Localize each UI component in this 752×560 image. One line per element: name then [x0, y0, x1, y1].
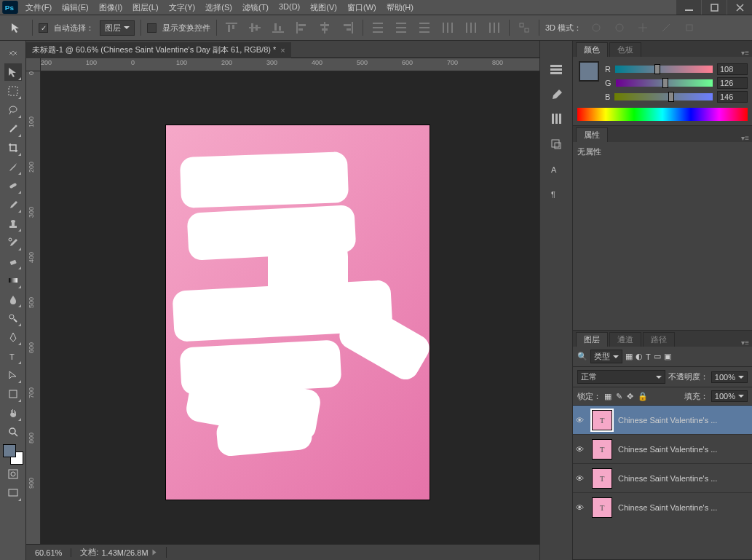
menu-help[interactable]: 帮助(H): [381, 1, 419, 15]
hand-tool[interactable]: [4, 404, 22, 422]
visibility-icon[interactable]: 👁: [576, 416, 586, 425]
ruler-vertical[interactable]: 0100200300400500600700800900: [26, 71, 41, 544]
b-slider[interactable]: [614, 93, 713, 100]
layer-row[interactable]: 👁TChinese Saint Valentine's ...: [573, 406, 752, 435]
clone-source-icon[interactable]: [549, 137, 563, 151]
tab-swatches[interactable]: 色板: [609, 42, 641, 57]
menu-text[interactable]: 文字(Y): [164, 1, 201, 15]
paragraph-panel-icon[interactable]: ¶: [549, 186, 563, 201]
filter-adjust-icon[interactable]: ◐: [636, 352, 643, 361]
brush-panel-icon[interactable]: [549, 87, 563, 102]
doc-stats[interactable]: 文档: 1.43M/26.8M: [71, 547, 166, 558]
tab-channels[interactable]: 通道: [609, 332, 641, 347]
layer-row[interactable]: 👁TChinese Saint Valentine's ...: [573, 464, 752, 493]
filter-smart-icon[interactable]: ▣: [664, 352, 671, 361]
screenmode-toggle[interactable]: [4, 484, 22, 502]
eraser-tool[interactable]: [4, 253, 22, 270]
crop-tool[interactable]: [4, 139, 22, 157]
visibility-icon[interactable]: 👁: [576, 474, 586, 483]
menu-edit[interactable]: 编辑(E): [57, 1, 94, 15]
tab-properties[interactable]: 属性: [576, 127, 608, 142]
document-tab[interactable]: 未标题-1 @ 60.6% (Chinese Saint Valentine's…: [26, 42, 291, 58]
g-input[interactable]: 126: [717, 77, 748, 89]
layer-row[interactable]: 👁TChinese Saint Valentine's ...: [573, 493, 752, 518]
brush-tool[interactable]: [4, 196, 22, 213]
spectrum-ramp[interactable]: [577, 108, 748, 121]
b-input[interactable]: 146: [717, 91, 748, 103]
canvas-viewport[interactable]: [41, 71, 539, 544]
g-slider[interactable]: [616, 79, 713, 87]
foreground-color-swatch[interactable]: [3, 444, 16, 457]
zoom-tool[interactable]: [4, 423, 22, 441]
r-slider[interactable]: [615, 66, 713, 73]
history-panel-icon[interactable]: [549, 63, 563, 77]
lock-all-icon[interactable]: 🔒: [638, 392, 648, 401]
tool-expand-icon[interactable]: [4, 44, 22, 62]
menu-3d[interactable]: 3D(D): [274, 1, 305, 15]
menu-select[interactable]: 选择(S): [200, 1, 237, 15]
type-tool[interactable]: T: [4, 347, 22, 365]
gradient-tool[interactable]: [4, 272, 22, 289]
blur-tool[interactable]: [4, 291, 22, 308]
color-swatch[interactable]: [579, 61, 599, 82]
r-input[interactable]: 108: [717, 63, 748, 75]
ruler-origin[interactable]: [26, 58, 41, 71]
filter-type-icon[interactable]: T: [646, 352, 651, 361]
auto-select-checkbox[interactable]: [39, 23, 48, 33]
tab-color[interactable]: 颜色: [576, 42, 608, 57]
shape-tool[interactable]: [4, 385, 22, 403]
move-tool[interactable]: [4, 63, 22, 81]
layer-thumbnail[interactable]: T: [592, 468, 612, 489]
zoom-level[interactable]: 60.61%: [26, 548, 71, 557]
fill-input[interactable]: 100%: [711, 390, 748, 402]
filter-shape-icon[interactable]: ▭: [654, 352, 661, 361]
layer-thumbnail[interactable]: T: [592, 497, 612, 518]
lock-pixels-icon[interactable]: ✎: [616, 392, 622, 401]
artboard[interactable]: [166, 125, 430, 500]
show-transform-checkbox[interactable]: [147, 23, 157, 33]
filter-pixel-icon[interactable]: ▦: [625, 352, 633, 361]
layer-thumbnail[interactable]: T: [592, 439, 612, 460]
opacity-input[interactable]: 100%: [711, 371, 748, 383]
eyedropper-tool[interactable]: [4, 158, 22, 176]
panel-menu-icon[interactable]: ▾≡: [741, 49, 749, 57]
history-brush-tool[interactable]: [4, 234, 22, 251]
close-tab-icon[interactable]: ×: [280, 46, 285, 55]
menu-filter[interactable]: 滤镜(T): [237, 1, 274, 15]
layer-row[interactable]: 👁TChinese Saint Valentine's ...: [573, 435, 752, 464]
tab-paths[interactable]: 路径: [643, 332, 675, 347]
layer-thumbnail[interactable]: T: [592, 410, 612, 430]
lasso-tool[interactable]: [4, 101, 22, 119]
character-panel-icon[interactable]: A: [549, 162, 563, 176]
quickmask-toggle[interactable]: [4, 465, 22, 483]
dodge-tool[interactable]: [4, 309, 22, 327]
minimize-button[interactable]: [676, 0, 701, 15]
color-swatches[interactable]: [3, 444, 23, 465]
path-select-tool[interactable]: [4, 366, 22, 384]
blend-mode-dropdown[interactable]: 正常: [577, 370, 665, 384]
close-button[interactable]: [727, 0, 752, 15]
stamp-tool[interactable]: [4, 215, 22, 232]
visibility-icon[interactable]: 👁: [576, 445, 586, 454]
filter-kind-dropdown[interactable]: 类型: [590, 350, 622, 363]
brush-presets-icon[interactable]: [549, 112, 563, 127]
menu-view[interactable]: 视图(V): [305, 1, 342, 15]
menu-layer[interactable]: 图层(L): [127, 1, 163, 15]
visibility-icon[interactable]: 👁: [576, 503, 586, 512]
auto-select-target-dropdown[interactable]: 图层: [100, 20, 135, 36]
menu-window[interactable]: 窗口(W): [342, 1, 381, 15]
wand-tool[interactable]: [4, 120, 22, 138]
marquee-tool[interactable]: [4, 82, 22, 100]
lock-transparent-icon[interactable]: ▦: [604, 392, 612, 401]
current-tool-icon[interactable]: [6, 17, 26, 38]
maximize-button[interactable]: [702, 0, 727, 15]
menu-image[interactable]: 图像(I): [94, 1, 127, 15]
tab-layers[interactable]: 图层: [576, 332, 608, 347]
panel-menu-icon[interactable]: ▾≡: [741, 134, 749, 142]
pen-tool[interactable]: [4, 328, 22, 346]
menu-file[interactable]: 文件(F): [20, 1, 57, 15]
lock-position-icon[interactable]: ✥: [627, 392, 633, 401]
heal-tool[interactable]: [4, 177, 22, 194]
ruler-horizontal[interactable]: 2001000100200300400500600700800: [41, 58, 539, 71]
panel-menu-icon[interactable]: ▾≡: [741, 339, 749, 347]
